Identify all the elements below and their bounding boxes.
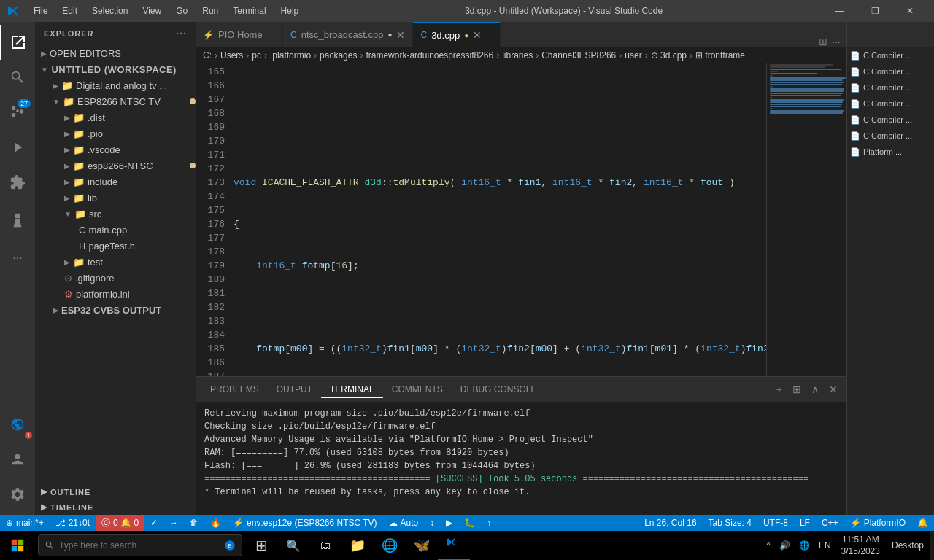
sidebar-item-esp8266[interactable]: ▼ 📁 ESP8266 NTSC TV: [35, 93, 196, 109]
status-run[interactable]: ▶: [440, 515, 458, 531]
bc-users[interactable]: Users: [220, 50, 243, 61]
search-activity-icon[interactable]: [0, 60, 35, 95]
show-desktop-button[interactable]: [930, 531, 934, 560]
search-input[interactable]: [59, 540, 220, 551]
status-trash[interactable]: 🗑: [184, 515, 204, 531]
status-errors[interactable]: ⓪ 0 🔔 0: [96, 515, 144, 531]
sidebar-item-lib[interactable]: ▶ 📁 lib: [35, 190, 196, 206]
right-panel-item-2[interactable]: 📄 C Compiler ...: [847, 63, 934, 79]
terminal-tab-problems[interactable]: PROBLEMS: [201, 381, 268, 397]
status-branch[interactable]: ⎇ 21↓0t: [50, 515, 96, 531]
sidebar-timeline[interactable]: ▶ TIMELINE: [35, 499, 196, 515]
right-panel-item-3[interactable]: 📄 C Compiler ...: [847, 79, 934, 96]
bc-framework[interactable]: framework-arduinoespressif8266: [366, 50, 493, 61]
explorer-activity-icon[interactable]: [0, 25, 35, 60]
menu-terminal[interactable]: Terminal: [227, 4, 271, 18]
sidebar-outline[interactable]: ▶ OUTLINE: [35, 484, 196, 499]
sidebar-item-maincpp[interactable]: C main.cpp: [35, 222, 196, 238]
terminal-tab-debug[interactable]: DEBUG CONSOLE: [452, 381, 546, 397]
account-activity-icon[interactable]: [0, 442, 35, 477]
3d-tab-close[interactable]: ✕: [473, 29, 482, 41]
close-button[interactable]: ✕: [893, 0, 927, 22]
bc-channel[interactable]: Channel3ESP8266: [541, 50, 616, 61]
split-editor-button[interactable]: ⊞: [819, 36, 827, 47]
tab-pio-home[interactable]: ⚡ PIO Home: [196, 22, 283, 47]
menu-run[interactable]: Run: [196, 4, 224, 18]
status-notifications[interactable]: 🔔: [911, 515, 934, 531]
remote-activity-icon[interactable]: 1: [0, 407, 35, 442]
taskbar-tray-desktop[interactable]: Desktop: [886, 531, 930, 560]
taskbar-tray-lang[interactable]: EN: [814, 531, 835, 560]
status-updown[interactable]: ↕: [424, 515, 440, 531]
more-activity-icon[interactable]: ···: [0, 241, 35, 276]
menu-edit[interactable]: Edit: [56, 4, 83, 18]
status-language[interactable]: C++: [816, 515, 844, 531]
sidebar-more-icon[interactable]: ···: [176, 28, 187, 39]
status-flame[interactable]: 🔥: [204, 515, 227, 531]
menu-view[interactable]: View: [136, 4, 167, 18]
sidebar-item-platformio[interactable]: ⚙ platformio.ini: [35, 286, 196, 302]
taskbar-icon-browser[interactable]: 🌐: [374, 531, 406, 560]
terminal-tab-terminal[interactable]: TERMINAL: [321, 381, 383, 398]
taskbar-icon-taskview[interactable]: 🗂: [309, 531, 341, 560]
sidebar-item-pio[interactable]: ▶ 📁 .pio: [35, 125, 196, 141]
code-editor[interactable]: 165 166 167 168 169 170 171 172 173 174 …: [196, 63, 846, 376]
sidebar-item-esp32[interactable]: ▶ ESP32 CVBS OUTPUT: [35, 302, 196, 318]
right-panel-item-7[interactable]: 📄 Platform ...: [847, 144, 934, 160]
sidebar-item-src[interactable]: ▼ 📁 src: [35, 206, 196, 222]
menu-help[interactable]: Help: [275, 4, 305, 18]
terminal-tab-comments[interactable]: COMMENTS: [383, 381, 452, 397]
status-arrows2[interactable]: ⚡ env:esp12e (ESP8266 NTSC TV): [227, 515, 383, 531]
bc-c[interactable]: C:: [203, 50, 212, 61]
terminal-close-button[interactable]: ✕: [826, 382, 841, 397]
right-panel-item-4[interactable]: 📄 C Compiler ...: [847, 96, 934, 112]
status-cursor[interactable]: Ln 26, Col 16: [638, 515, 702, 531]
taskbar-icon-search[interactable]: 🔍: [277, 531, 309, 560]
testing-activity-icon[interactable]: [0, 203, 35, 238]
code-content[interactable]: void ICACHE_FLASH_ATTR d3d::tdMultiply( …: [231, 63, 766, 376]
tab-more-button[interactable]: ···: [832, 36, 841, 47]
right-panel-item-6[interactable]: 📄 C Compiler ...: [847, 128, 934, 144]
taskbar-icon-edge[interactable]: 🦋: [406, 531, 438, 560]
status-debug[interactable]: 🐛: [458, 515, 481, 531]
taskbar-icon-explorer[interactable]: ⊞: [245, 531, 277, 560]
terminal-tab-output[interactable]: OUTPUT: [268, 381, 321, 397]
sidebar-item-gitignore[interactable]: ⊙ .gitignore: [35, 270, 196, 286]
sidebar-item-vscode[interactable]: ▶ 📁 .vscode: [35, 141, 196, 158]
sidebar-item-dist[interactable]: ▶ 📁 .dist: [35, 109, 196, 125]
terminal-split-button[interactable]: ⊞: [790, 382, 804, 397]
bc-3dcpp[interactable]: ⊙ 3d.cpp: [651, 50, 687, 61]
ntsc-tab-close[interactable]: ✕: [396, 29, 405, 41]
sidebar-item-digital[interactable]: ▶ 📁 Digital and anlog tv ...: [35, 77, 196, 93]
sidebar-item-pagecpp[interactable]: H pageTest.h: [35, 238, 196, 254]
right-panel-item-5[interactable]: 📄 C Compiler ...: [847, 112, 934, 128]
bc-libraries[interactable]: libraries: [502, 50, 533, 61]
taskbar-icon-vscode[interactable]: [438, 531, 470, 560]
menu-selection[interactable]: Selection: [86, 4, 134, 18]
terminal-collapse-button[interactable]: ∧: [808, 382, 822, 397]
bc-packages[interactable]: packages: [320, 50, 357, 61]
extensions-activity-icon[interactable]: [0, 165, 35, 200]
status-arrow[interactable]: →: [163, 515, 184, 531]
tab-ntsc[interactable]: C ntsc_broadcast.cpp ● ✕: [283, 22, 413, 47]
status-platformio[interactable]: ⚡ PlatformIO: [844, 515, 911, 531]
status-encoding[interactable]: UTF-8: [757, 515, 794, 531]
taskbar-icon-files[interactable]: 📁: [341, 531, 374, 560]
sidebar-item-esp8266ntsc[interactable]: ▶ 📁 esp8266-NTSC: [35, 158, 196, 174]
sidebar-open-editors[interactable]: ▶ OPEN EDITORS: [35, 45, 196, 61]
sidebar-workspace[interactable]: ▼ UNTITLED (WORKSPACE): [35, 61, 196, 77]
tab-3dcpp[interactable]: C 3d.cpp ● ✕: [413, 22, 501, 47]
bc-frontframe[interactable]: ⊞ frontframe: [695, 50, 745, 61]
status-check[interactable]: ✓: [144, 515, 163, 531]
status-upload[interactable]: ↑: [481, 515, 497, 531]
sidebar-item-test[interactable]: ▶ 📁 test: [35, 254, 196, 270]
bc-user[interactable]: user: [625, 50, 641, 61]
status-eol[interactable]: LF: [794, 515, 816, 531]
sidebar-item-include[interactable]: ▶ 📁 include: [35, 174, 196, 190]
terminal-content[interactable]: Retrieving maximum program size .pio/bui…: [196, 402, 846, 515]
menu-file[interactable]: File: [28, 4, 53, 18]
status-remote[interactable]: ⊕ main*+: [0, 515, 50, 531]
settings-activity-icon[interactable]: [0, 477, 35, 512]
run-activity-icon[interactable]: [0, 130, 35, 165]
status-tabsize[interactable]: Tab Size: 4: [703, 515, 757, 531]
